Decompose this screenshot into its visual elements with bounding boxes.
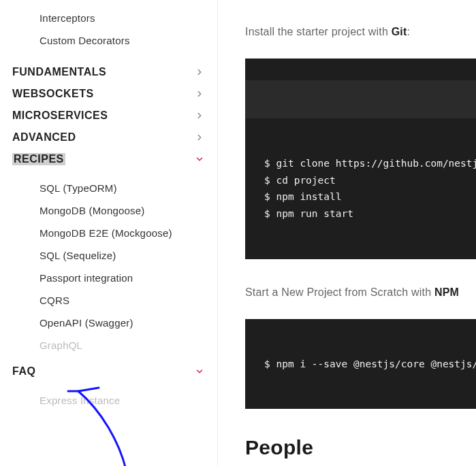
code-block-npm: $ npm i --save @nestjs/core @nestjs/c [245,319,476,410]
sidebar-cat-label: WEBSOCKETS [12,88,94,100]
people-heading: People [245,436,476,459]
sidebar-item-express-instance[interactable]: Express Instance [39,389,205,412]
sidebar-item-mongodb-mongoose[interactable]: MongoDB (Mongoose) [39,199,205,222]
install-text-bold: Git [392,26,407,37]
sidebar-item-custom-decorators[interactable]: Custom Decorators [39,29,205,52]
chevron-right-icon [194,132,205,143]
sidebar-cat-fundamentals[interactable]: FUNDAMENTALS [12,61,205,83]
install-text-prefix: Install the starter project with [245,26,392,37]
chevron-down-icon [194,154,205,165]
code-block-install: $ git clone https://github.com/nestjs $ … [245,59,476,259]
sidebar-item-interceptors[interactable]: Interceptors [39,7,205,29]
install-text-suffix: : [407,26,411,37]
code-header [245,80,476,118]
sidebar-cat-label: ADVANCED [12,131,76,144]
sidebar-item-openapi-swagger[interactable]: OpenAPI (Swagger) [39,312,205,334]
sidebar-item-cqrs[interactable]: CQRS [39,289,205,312]
code-body: $ git clone https://github.com/nestjs $ … [245,140,476,237]
sidebar-item-mongodb-e2e-mockgoose[interactable]: MongoDB E2E (Mockgoose) [39,222,205,244]
start-text-bold: NPM [434,286,459,298]
start-intro: Start a New Project from Scratch with NP… [245,286,476,299]
chevron-right-icon [194,110,205,121]
install-intro: Install the starter project with Git: [245,26,476,38]
sidebar-cat-microservices[interactable]: MICROSERVICES [12,105,205,127]
chevron-right-icon [194,67,205,78]
sidebar-item-graphql[interactable]: GraphQL [39,334,205,356]
sidebar-cat-label: MICROSERVICES [12,110,108,122]
code-body: $ npm i --save @nestjs/core @nestjs/c [245,341,476,388]
sidebar: Interceptors Custom Decorators FUNDAMENT… [0,0,218,466]
main-content: Install the starter project with Git: $ … [218,0,476,466]
sidebar-cat-recipes[interactable]: RECIPES [12,148,205,170]
sidebar-cat-label: RECIPES [12,153,65,165]
sidebar-item-sql-typeorm[interactable]: SQL (TypeORM) [39,177,205,199]
sidebar-item-passport-integration[interactable]: Passport integration [39,267,205,289]
sidebar-cat-faq[interactable]: FAQ [12,361,205,382]
sidebar-item-sql-sequelize[interactable]: SQL (Sequelize) [39,244,205,267]
chevron-right-icon [194,88,205,99]
start-text-prefix: Start a New Project from Scratch with [245,286,434,298]
chevron-down-icon [194,366,205,377]
sidebar-cat-websockets[interactable]: WEBSOCKETS [12,83,205,105]
sidebar-cat-label: FUNDAMENTALS [12,66,106,78]
sidebar-cat-advanced[interactable]: ADVANCED [12,127,205,148]
sidebar-cat-label: FAQ [12,365,35,378]
